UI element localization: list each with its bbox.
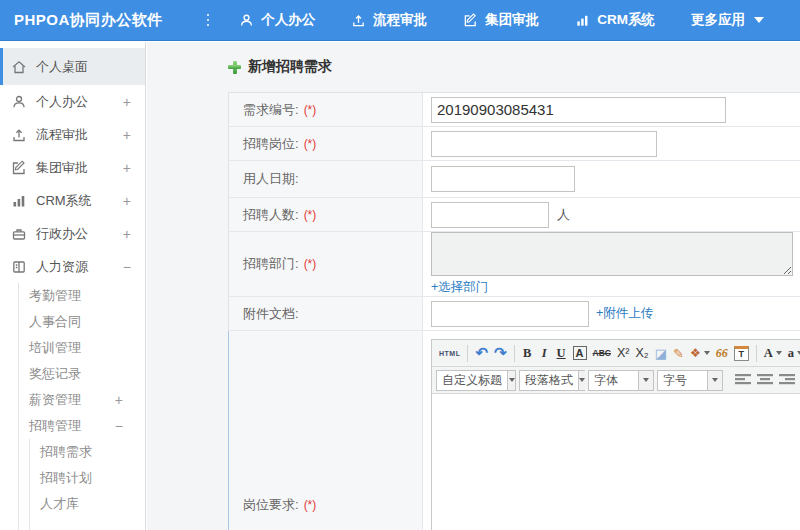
sidebar-item-recruit-plan[interactable]: 招聘计划 — [30, 465, 145, 491]
italic-button[interactable]: I — [536, 343, 553, 363]
sidebar-item-hr-contract[interactable]: 人事合同 — [19, 309, 145, 335]
sidebar-item-desktop[interactable]: 个人桌面 — [0, 48, 145, 85]
nav-label: 更多应用 — [691, 11, 745, 29]
label-text: 岗位要求: — [243, 496, 299, 514]
headcount-input[interactable] — [431, 202, 549, 228]
sidebar-item-admin-office[interactable]: 行政办公 + — [0, 217, 145, 250]
alignment-buttons — [735, 373, 800, 387]
sidebar-item-recruit-demand[interactable]: 招聘需求 — [30, 439, 145, 465]
strikethrough-button[interactable]: ABC — [590, 343, 614, 363]
attachment-input[interactable] — [431, 301, 589, 327]
hire-date-input[interactable] — [431, 166, 575, 192]
nav-group-approval[interactable]: 集团审批 — [463, 11, 539, 29]
app-brand: PHPOA协同办公软件 — [14, 11, 163, 30]
edit-square-icon — [11, 160, 27, 176]
field-label: 附件文档: — [229, 297, 423, 330]
collapse-icon[interactable]: − — [123, 259, 131, 275]
page-title: 新增招聘需求 — [228, 58, 800, 76]
editor-content-area[interactable] — [432, 394, 800, 530]
demand-no-input[interactable] — [431, 97, 726, 123]
align-right-icon[interactable] — [779, 373, 795, 387]
redo-button[interactable]: ↷ — [491, 343, 510, 363]
bold-button[interactable]: B — [519, 343, 536, 363]
department-textarea[interactable] — [431, 232, 793, 276]
position-input[interactable] — [431, 131, 657, 157]
bar-chart-icon — [11, 193, 27, 209]
toolbar-separator — [514, 345, 515, 362]
sidebar-item-attendance[interactable]: 考勤管理 — [19, 283, 145, 309]
sidebar-item-group-approval[interactable]: 集团审批 + — [0, 151, 145, 184]
html-source-button[interactable]: HTML — [436, 343, 463, 363]
briefcase-icon — [11, 226, 27, 242]
expand-icon[interactable]: + — [115, 392, 123, 408]
expand-icon[interactable]: + — [123, 226, 131, 242]
rich-text-editor: HTML ↶ ↷ B I U A ABC X² X₂ ◪ — [431, 339, 800, 530]
caret-down-icon — [776, 351, 782, 355]
field-label: 用人日期: — [229, 161, 423, 197]
nav-workflow-approval[interactable]: 流程审批 — [351, 11, 427, 29]
font-dialog-button[interactable]: A — [570, 343, 590, 363]
remove-format-button[interactable]: ◪ — [652, 343, 670, 363]
nav-label: 集团审批 — [485, 11, 539, 29]
sidebar-hr-submenu: 考勤管理 人事合同 培训管理 奖惩记录 薪资管理 + 招聘管理 − 招聘需求 — [18, 283, 145, 530]
form-row-hire-date: 用人日期: — [229, 161, 800, 198]
sidebar-item-label: 个人桌面 — [36, 58, 88, 76]
upload-attachment-link[interactable]: +附件上传 — [596, 305, 653, 322]
sidebar-item-personal-office[interactable]: 个人办公 + — [0, 85, 145, 118]
paste-button[interactable]: T — [731, 343, 752, 363]
sidebar-item-label: 奖惩记录 — [29, 365, 81, 383]
field-label: 招聘部门: (*) — [229, 232, 423, 296]
align-left-icon[interactable] — [735, 373, 751, 387]
sidebar: 个人桌面 个人办公 + 流程审批 + 集团审批 + — [0, 42, 146, 530]
background-color-button[interactable]: a — [785, 343, 800, 363]
expand-icon[interactable]: + — [123, 160, 131, 176]
sidebar-item-crm[interactable]: CRM系统 + — [0, 184, 145, 217]
custom-title-select[interactable]: 自定义标题 — [436, 370, 516, 391]
font-size-select[interactable]: 字号 — [657, 370, 723, 391]
sidebar-item-label: 行政办公 — [36, 225, 88, 243]
sidebar-item-hr[interactable]: 人力资源 − — [0, 250, 145, 283]
sidebar-item-salary[interactable]: 薪资管理 + — [19, 387, 145, 413]
highlight-color-button[interactable]: ❖ — [687, 343, 713, 363]
paragraph-format-select[interactable]: 段落格式 — [519, 370, 585, 391]
menu-icon[interactable] — [207, 14, 209, 26]
nav-personal-office[interactable]: 个人办公 — [239, 11, 315, 29]
unit-suffix: 人 — [557, 206, 570, 224]
field-label: 招聘人数: (*) — [229, 198, 423, 231]
sidebar-item-training[interactable]: 培训管理 — [19, 335, 145, 361]
expand-icon[interactable]: + — [123, 94, 131, 110]
label-text: 招聘部门: — [243, 255, 299, 273]
sidebar-item-rewards[interactable]: 奖惩记录 — [19, 361, 145, 387]
format-brush-button[interactable]: ✎ — [670, 343, 687, 363]
subscript-button[interactable]: X₂ — [632, 343, 651, 363]
align-center-icon[interactable] — [757, 373, 773, 387]
nav-label: 个人办公 — [261, 11, 315, 29]
required-mark: (*) — [304, 498, 317, 512]
hr-book-icon — [11, 259, 27, 275]
topbar: PHPOA协同办公软件 个人办公 流程审批 集团审批 — [0, 0, 800, 41]
sidebar-item-label: 招聘管理 — [29, 417, 81, 435]
font-color-button[interactable]: A — [761, 343, 785, 363]
edit-square-icon — [463, 13, 478, 28]
undo-button[interactable]: ↶ — [472, 343, 491, 363]
expand-icon[interactable]: + — [123, 127, 131, 143]
caret-down-icon — [704, 351, 710, 355]
form-row-attachment: 附件文档: +附件上传 — [229, 297, 800, 331]
home-icon — [11, 59, 27, 75]
select-department-link[interactable]: +选择部门 — [431, 279, 488, 296]
nav-more-apps[interactable]: 更多应用 — [691, 11, 764, 29]
collapse-icon[interactable]: − — [115, 418, 123, 434]
sidebar-item-label: 人力资源 — [36, 258, 88, 276]
sidebar-item-recruit-mgmt[interactable]: 招聘管理 − — [19, 413, 145, 439]
blockquote-button[interactable]: 66 — [713, 343, 731, 363]
sidebar-item-talent-pool[interactable]: 人才库 — [30, 491, 145, 517]
font-family-select[interactable]: 字体 — [588, 370, 654, 391]
sidebar-item-workflow-approval[interactable]: 流程审批 + — [0, 118, 145, 151]
superscript-button[interactable]: X² — [614, 343, 633, 363]
form-row-demand-no: 需求编号: (*) — [229, 93, 800, 127]
underline-button[interactable]: U — [553, 343, 570, 363]
field-label: 岗位要求: (*) — [229, 331, 423, 530]
sidebar-recruit-submenu: 招聘需求 招聘计划 人才库 — [29, 439, 145, 530]
nav-crm[interactable]: CRM系统 — [575, 11, 655, 29]
expand-icon[interactable]: + — [123, 193, 131, 209]
